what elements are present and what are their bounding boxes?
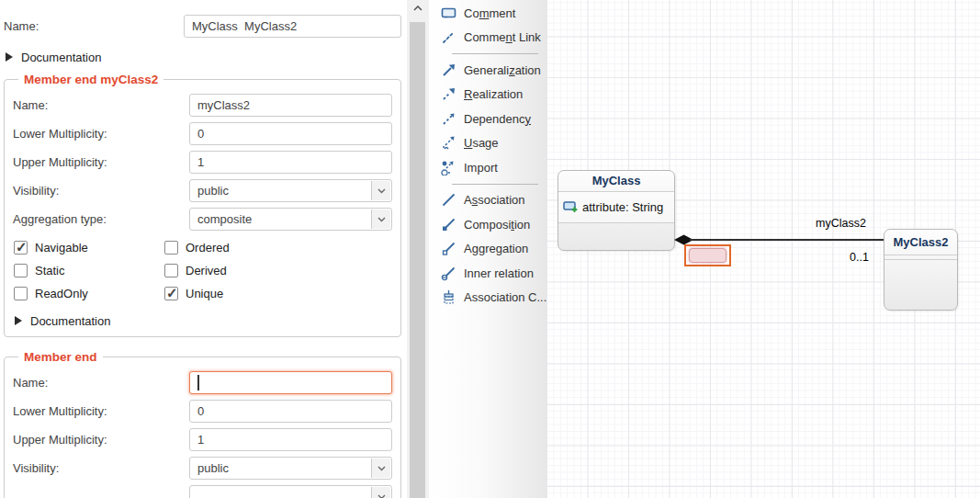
diagram-canvas[interactable]: MyClass attribute: String myClass2 0..1 xyxy=(546,0,980,498)
compartment-divider xyxy=(558,222,674,223)
member-end1-upper-multiplicity-input[interactable]: 1 xyxy=(189,151,392,174)
checkbox-row: Static Derived xyxy=(13,259,392,282)
association-name-label: Name: xyxy=(4,19,184,33)
association-name-row: Name: MyClass MyClass2 xyxy=(4,15,401,38)
palette-item-usage[interactable]: Usage xyxy=(429,131,546,156)
palette-item-comment-link[interactable]: Comment Link xyxy=(429,26,546,51)
selected-label-frame[interactable] xyxy=(684,244,731,266)
tool-palette: Comment Comment Link Generalization Real… xyxy=(429,0,546,498)
comment-icon xyxy=(441,6,456,21)
palette-item-dependency[interactable]: Dependency xyxy=(429,107,546,131)
static-checkbox[interactable]: Static xyxy=(13,264,163,277)
inner-relation-icon xyxy=(441,266,456,281)
member-end2-name-input[interactable] xyxy=(189,371,392,394)
collapsed-arrow-icon xyxy=(6,52,13,62)
scrollbar-thumb[interactable] xyxy=(410,22,425,498)
import-icon xyxy=(441,160,456,175)
properties-panel: Name: MyClass MyClass2 Documentation Mem… xyxy=(0,0,407,498)
composition-icon xyxy=(441,217,456,232)
properties-scrollbar[interactable] xyxy=(407,0,429,498)
selected-empty-role-label[interactable] xyxy=(689,248,727,263)
form-row xyxy=(13,485,392,498)
member-end-section: Member end Name: Lower Multiplicity: 0 U… xyxy=(4,350,401,498)
association-class-icon xyxy=(441,289,456,305)
class-node-myclass2[interactable]: MyClass2 xyxy=(884,229,958,311)
association-multiplicity-label[interactable]: 0..1 xyxy=(850,251,869,264)
checkbox-icon xyxy=(14,287,28,300)
member-end-legend: Member end xyxy=(18,350,103,364)
palette-item-association[interactable]: Association xyxy=(429,188,546,213)
form-row: Aggregation type: composite xyxy=(13,208,392,231)
form-row: Lower Multiplicity: 0 xyxy=(13,400,392,423)
member-end-myclass2-legend: Member end myClass2 xyxy=(18,73,163,86)
association-icon xyxy=(441,192,456,208)
checkbox-row: ReadOnly Unique xyxy=(13,282,392,305)
palette-item-aggregation[interactable]: Aggregation xyxy=(429,237,546,262)
compartment-divider xyxy=(884,259,957,260)
form-row: Upper Multiplicity: 1 xyxy=(13,428,392,451)
realization-icon xyxy=(441,86,456,102)
member-end2-visibility-select[interactable]: public xyxy=(189,457,392,480)
palette-item-realization[interactable]: Realization xyxy=(429,83,546,108)
form-row: Visibility: public xyxy=(13,457,392,480)
form-row: Name: xyxy=(13,371,392,394)
form-row: Visibility: public xyxy=(13,179,392,202)
palette-item-import[interactable]: Import xyxy=(429,155,546,180)
checkbox-icon xyxy=(14,264,28,277)
generalization-icon xyxy=(441,62,456,78)
palette-separator xyxy=(452,184,538,185)
palette-item-inner-relation[interactable]: Inner relation xyxy=(429,261,546,286)
palette-item-association-class[interactable]: Association C... xyxy=(429,286,546,311)
palette-item-generalization[interactable]: Generalization xyxy=(429,58,546,83)
scroll-up-button[interactable] xyxy=(407,0,429,17)
palette-item-composition[interactable]: Composition xyxy=(429,212,546,237)
form-row: Name: myClass2 xyxy=(13,94,392,117)
checkbox-row: Navigable Ordered xyxy=(13,236,392,259)
comment-link-icon xyxy=(441,29,456,45)
association-role-label[interactable]: myClass2 xyxy=(816,217,866,230)
ordered-checkbox[interactable]: Ordered xyxy=(163,241,230,255)
attribute-icon xyxy=(563,200,579,214)
member-end2-upper-multiplicity-input[interactable]: 1 xyxy=(189,428,392,451)
chevron-down-icon xyxy=(371,458,390,478)
unique-checkbox[interactable]: Unique xyxy=(163,287,223,300)
readonly-checkbox[interactable]: ReadOnly xyxy=(13,287,163,300)
checkbox-icon xyxy=(164,287,178,300)
class-attribute-row[interactable]: attribute: String xyxy=(558,192,674,222)
class-node-myclass[interactable]: MyClass attribute: String xyxy=(558,170,675,251)
member-end2-next-select[interactable] xyxy=(189,485,392,498)
class-title[interactable]: MyClass xyxy=(558,171,674,191)
documentation-toggle[interactable]: Documentation xyxy=(13,311,392,331)
member-end1-visibility-select[interactable]: public xyxy=(189,179,392,202)
dependency-icon xyxy=(441,111,456,127)
member-end1-aggregation-type-select[interactable]: composite xyxy=(189,208,392,231)
member-end1-lower-multiplicity-input[interactable]: 0 xyxy=(189,122,392,145)
member-end2-lower-multiplicity-input[interactable]: 0 xyxy=(189,400,392,423)
chevron-down-icon xyxy=(371,209,390,229)
derived-checkbox[interactable]: Derived xyxy=(163,264,227,277)
documentation-toggle[interactable]: Documentation xyxy=(4,47,401,67)
form-row: Upper Multiplicity: 1 xyxy=(13,151,392,174)
form-row: Lower Multiplicity: 0 xyxy=(13,122,392,145)
aggregation-icon xyxy=(441,241,456,256)
chevron-down-icon xyxy=(371,487,390,498)
collapsed-arrow-icon xyxy=(15,316,22,325)
palette-separator xyxy=(452,53,538,54)
class-title[interactable]: MyClass2 xyxy=(884,230,957,255)
navigable-checkbox[interactable]: Navigable xyxy=(13,241,163,255)
chevron-down-icon xyxy=(371,181,390,200)
palette-item-comment[interactable]: Comment xyxy=(429,1,546,26)
checkbox-icon xyxy=(164,241,178,255)
uml-editor: Name: MyClass MyClass2 Documentation Mem… xyxy=(0,0,980,498)
association-edge[interactable] xyxy=(690,239,884,241)
member-end1-name-input[interactable]: myClass2 xyxy=(189,94,392,117)
checkbox-icon xyxy=(164,264,178,277)
member-end-myclass2-section: Member end myClass2 Name: myClass2 Lower… xyxy=(4,73,401,337)
text-caret xyxy=(197,375,199,390)
usage-icon xyxy=(441,135,456,151)
chevron-up-icon xyxy=(413,6,422,11)
association-name-input[interactable]: MyClass MyClass2 xyxy=(184,15,401,38)
checkbox-icon xyxy=(14,241,28,255)
